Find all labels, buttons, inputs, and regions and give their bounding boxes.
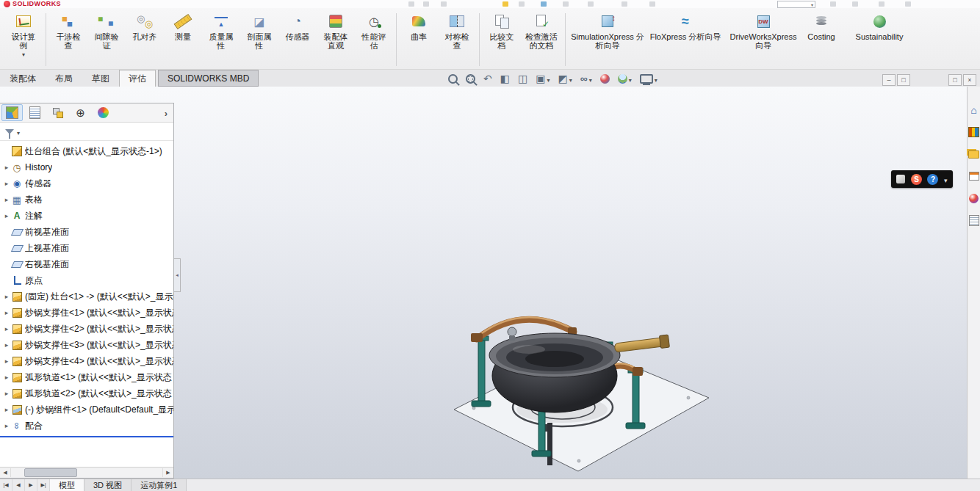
costing-button[interactable]: Costing: [802, 10, 840, 43]
expand-arrow-icon[interactable]: [2, 374, 11, 381]
tab-3d-views[interactable]: 3D 视图: [84, 479, 131, 491]
compare-documents-button[interactable]: 比较文档: [483, 10, 521, 51]
zoom-to-fit-button[interactable]: [448, 74, 458, 84]
edit-appearance-button[interactable]: [600, 74, 610, 84]
expand-arrow-icon[interactable]: [2, 309, 11, 316]
wok[interactable]: [489, 333, 620, 412]
tree-item-front-plane[interactable]: 前视基准面: [0, 224, 173, 240]
tab-displaymanager[interactable]: [93, 104, 114, 121]
home-icon[interactable]: [968, 104, 980, 116]
tab-propertymanager[interactable]: [24, 104, 46, 121]
view-orientation-button[interactable]: [536, 72, 550, 85]
scroll-left-icon[interactable]: ◀: [0, 468, 11, 477]
view-palette-icon[interactable]: [968, 170, 980, 182]
dropdown-caret-icon[interactable]: [589, 72, 592, 85]
display-style-button[interactable]: [558, 72, 572, 85]
panel-splitter-handle[interactable]: [174, 258, 181, 292]
tab-solidworks-mbd[interactable]: SOLIDWORKS MBD: [158, 70, 259, 87]
expand-arrow-icon[interactable]: [2, 212, 11, 219]
panel-horizontal-scrollbar[interactable]: ◀ ▶: [0, 467, 173, 478]
tree-item-sensors[interactable]: 传感器: [0, 175, 173, 192]
help-icon[interactable]: ?: [927, 174, 938, 185]
rollback-bar[interactable]: [0, 436, 173, 437]
expand-arrow-icon[interactable]: [2, 390, 11, 397]
tree-item-component-support-2[interactable]: 炒锅支撑住<2> (默认<<默认>_显示状态 1>): [0, 321, 173, 337]
tab-motion-study-1[interactable]: 运动算例1: [131, 479, 187, 491]
expand-arrow-icon[interactable]: [2, 406, 11, 413]
tab-model[interactable]: 模型: [50, 479, 84, 491]
floxpress-button[interactable]: FloXpress 分析向导: [646, 10, 724, 43]
wok-knob[interactable]: [508, 327, 516, 336]
tab-featuremanager[interactable]: [1, 104, 23, 121]
assembly-visualization-button[interactable]: 装配体直观: [317, 10, 355, 51]
check-active-document-button[interactable]: 检查激活的文档: [521, 10, 562, 51]
panel-flyout-chevron-icon[interactable]: [160, 106, 172, 120]
dropdown-caret-icon[interactable]: [569, 72, 572, 85]
filter-dropdown-caret-icon[interactable]: [17, 125, 20, 138]
previous-view-button[interactable]: [483, 73, 492, 84]
scrollbar-thumb[interactable]: [24, 468, 77, 477]
tab-dimxpertmanager[interactable]: [70, 104, 91, 121]
floating-app-icon[interactable]: [896, 175, 905, 183]
symmetry-check-button[interactable]: 对称检查: [438, 10, 476, 51]
wok-handle[interactable]: [614, 335, 670, 354]
tree-item-annotations[interactable]: 注解: [0, 208, 173, 224]
measure-button[interactable]: 测量: [164, 10, 202, 43]
tree-root-assembly[interactable]: 灶台组合 (默认<默认_显示状态-1>): [0, 143, 173, 159]
restore-window-button[interactable]: □: [948, 74, 962, 86]
expand-arrow-icon[interactable]: [2, 180, 11, 187]
dropdown-caret-icon[interactable]: [22, 50, 25, 56]
expand-arrow-icon[interactable]: [2, 164, 11, 171]
performance-evaluation-button[interactable]: 性能评估: [355, 10, 393, 51]
expand-arrow-icon[interactable]: [2, 325, 11, 332]
display-pane-button[interactable]: [518, 73, 527, 84]
filter-funnel-icon[interactable]: [5, 129, 14, 134]
first-tab-button[interactable]: |◀: [0, 479, 12, 491]
tree-item-component-arc-rail-2[interactable]: 弧形轨道<2> (默认<<默认>_显示状态 1>): [0, 385, 173, 401]
view-settings-button[interactable]: [640, 72, 657, 85]
restore-document-button[interactable]: □: [897, 74, 910, 86]
tab-layout[interactable]: 布局: [46, 70, 82, 87]
section-view-button[interactable]: [500, 73, 510, 84]
expand-arrow-icon[interactable]: [2, 422, 11, 429]
tree-item-component-support-1[interactable]: 炒锅支撑住<1> (默认<<默认>_显示状态 1>): [0, 305, 173, 321]
close-window-button[interactable]: ×: [963, 74, 976, 86]
scroll-right-icon[interactable]: ▶: [162, 468, 173, 477]
s-logo-icon[interactable]: S: [911, 174, 922, 185]
tree-item-component-support-3[interactable]: 炒锅支撑住<3> (默认<<默认>_显示状态 1>): [0, 337, 173, 353]
previous-tab-button[interactable]: ◀: [12, 479, 25, 491]
hole-alignment-button[interactable]: 孔对齐: [126, 10, 164, 43]
hide-show-items-button[interactable]: [580, 72, 592, 85]
expand-arrow-icon[interactable]: [2, 196, 11, 203]
tree-item-component-support-4[interactable]: 炒锅支撑住<4> (默认<<默认>_显示状态 1>): [0, 353, 173, 369]
tree-item-subassembly-wok[interactable]: (-) 炒锅组件<1> (Default<Default_显示状态 1>): [0, 401, 173, 418]
tree-item-right-plane[interactable]: 右视基准面: [0, 256, 173, 272]
search-box[interactable]: ▾: [777, 1, 815, 8]
zoom-to-area-button[interactable]: [466, 74, 475, 84]
curvature-button[interactable]: 曲率: [400, 10, 438, 43]
tab-sketch[interactable]: 草图: [82, 70, 119, 87]
model-wok-stove-assembly[interactable]: [430, 299, 746, 479]
last-tab-button[interactable]: ▶|: [37, 479, 50, 491]
tree-item-top-plane[interactable]: 上视基准面: [0, 240, 173, 256]
next-tab-button[interactable]: ▶: [25, 479, 37, 491]
apply-scene-button[interactable]: [618, 72, 632, 85]
minimize-document-button[interactable]: –: [882, 74, 896, 86]
clearance-verify-button[interactable]: 间隙验证: [87, 10, 126, 51]
interference-check-button[interactable]: 干涉检查: [49, 10, 87, 51]
sustainability-button[interactable]: Sustainability: [840, 10, 918, 43]
file-explorer-icon[interactable]: [968, 148, 980, 160]
expand-arrow-icon[interactable]: [2, 357, 11, 365]
custom-properties-icon[interactable]: [968, 214, 980, 226]
driveworksxpress-button[interactable]: DriveWorksXpress 向导: [724, 10, 802, 51]
design-study-button[interactable]: 设计算例: [4, 10, 43, 57]
tree-item-tables[interactable]: 表格: [0, 192, 173, 208]
simulationxpress-button[interactable]: SimulationXpress 分析向导: [569, 10, 646, 51]
tree-item-history[interactable]: History: [0, 159, 173, 175]
tree-item-mates[interactable]: 配合: [0, 418, 173, 434]
mass-properties-button[interactable]: 质量属性: [202, 10, 240, 51]
design-library-icon[interactable]: [968, 126, 980, 138]
tree-item-origin[interactable]: 原点: [0, 272, 173, 288]
dropdown-caret-icon[interactable]: [629, 72, 632, 85]
sensor-button[interactable]: 传感器: [278, 10, 317, 43]
